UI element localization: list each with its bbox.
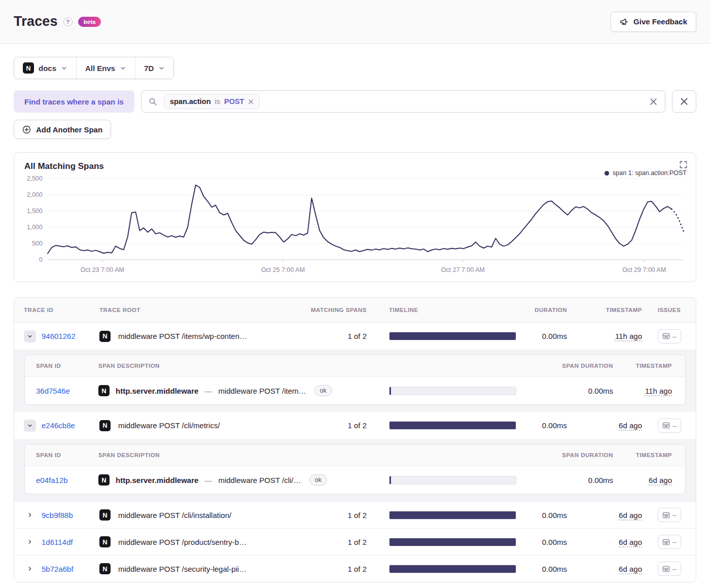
- filter-token-span-action[interactable]: span.action is POST: [164, 94, 260, 109]
- span-id-link[interactable]: 36d7546e: [36, 387, 70, 395]
- span-search-input[interactable]: span.action is POST: [141, 90, 665, 113]
- clear-search-icon[interactable]: [649, 97, 658, 106]
- matching-spans-value: 1 of 2: [309, 421, 385, 430]
- environment-filter-label: All Envs: [85, 64, 115, 73]
- chevron-down-icon: [158, 65, 165, 72]
- matching-spans-value: 1 of 2: [309, 538, 385, 546]
- span-op: http.server.middleware: [116, 476, 198, 485]
- span-duration-value: 0.00ms: [527, 476, 613, 485]
- issues-count: –: [672, 422, 677, 430]
- chart-legend-item[interactable]: span 1: span.action:POST: [605, 169, 687, 177]
- table-row: 1d6114df N middleware POST /product/sent…: [14, 528, 696, 555]
- duration-value: 0.00ms: [527, 565, 573, 573]
- span-desc-separator: —: [204, 387, 212, 395]
- plus-circle-icon: [22, 125, 31, 134]
- svg-text:1,500: 1,500: [27, 207, 43, 215]
- svg-text:2,000: 2,000: [27, 191, 43, 198]
- expanded-spans-section: SPAN ID SPAN DESCRIPTION SPAN DURATION T…: [14, 439, 696, 501]
- beta-badge: beta: [78, 17, 101, 27]
- nextjs-project-icon: N: [98, 474, 110, 486]
- timeline-bar: [389, 538, 516, 546]
- chart-title: All Matching Spans: [14, 153, 696, 172]
- issues-count: –: [672, 511, 677, 519]
- nextjs-project-icon: N: [99, 509, 111, 521]
- timestamp-value[interactable]: 6d ago: [619, 421, 642, 430]
- trace-id-link[interactable]: e246cb8e: [42, 421, 75, 430]
- timestamp-value[interactable]: 6d ago: [619, 511, 642, 520]
- duration-value: 0.00ms: [527, 511, 573, 520]
- span-timeline-bar: [389, 387, 516, 395]
- span-row: e04fa12b N http.server.middleware — midd…: [25, 466, 685, 494]
- token-key: span.action: [170, 97, 211, 106]
- timestamp-value[interactable]: 6d ago: [619, 565, 642, 573]
- issues-button[interactable]: –: [658, 562, 681, 576]
- nextjs-project-icon: N: [98, 385, 110, 396]
- chevron-down-icon: [61, 65, 67, 72]
- expand-row-button[interactable]: [24, 509, 36, 521]
- token-remove-icon[interactable]: [248, 99, 254, 105]
- expand-chart-icon[interactable]: [678, 159, 689, 170]
- trace-root-text: middleware POST /cli/metrics/: [118, 421, 220, 430]
- span-status-badge: ok: [314, 385, 332, 396]
- issues-count: –: [672, 332, 677, 340]
- issues-count: –: [672, 538, 677, 546]
- table-row: e246cb8e N middleware POST /cli/metrics/…: [14, 412, 696, 439]
- issues-icon: [662, 511, 670, 519]
- table-row: 5b72a6bf N middleware POST /security-leg…: [14, 555, 696, 582]
- svg-text:0: 0: [39, 256, 43, 263]
- expand-row-button[interactable]: [24, 563, 36, 575]
- nextjs-project-icon: N: [99, 331, 111, 342]
- issues-button[interactable]: –: [658, 508, 681, 522]
- project-filter[interactable]: N docs: [14, 57, 77, 79]
- col-span-timestamp: TIMESTAMP: [613, 363, 685, 369]
- collapse-row-button[interactable]: [24, 420, 36, 432]
- span-query-row: Find traces where a span is span.action …: [14, 90, 696, 113]
- trace-root-text: middleware POST /security-legal-pii…: [118, 565, 246, 573]
- span-duration-value: 0.00ms: [527, 387, 613, 395]
- col-span-id: SPAN ID: [25, 452, 98, 458]
- svg-text:500: 500: [32, 240, 43, 247]
- svg-text:Oct 27 7:00 AM: Oct 27 7:00 AM: [441, 266, 485, 273]
- issues-button[interactable]: –: [658, 419, 681, 433]
- give-feedback-label: Give Feedback: [633, 17, 687, 26]
- table-row: 94601262 N middleware POST /items/wp-con…: [14, 323, 696, 350]
- add-another-span-button[interactable]: Add Another Span: [14, 120, 111, 139]
- give-feedback-button[interactable]: Give Feedback: [611, 12, 696, 32]
- table-row: 9cb9f88b N middleware POST /cli/installa…: [14, 501, 696, 528]
- environment-filter[interactable]: All Envs: [77, 57, 135, 79]
- date-range-filter[interactable]: 7D: [135, 57, 173, 79]
- trace-root-text: middleware POST /items/wp-conten…: [118, 332, 247, 340]
- issues-button[interactable]: –: [658, 329, 681, 343]
- span-id-link[interactable]: e04fa12b: [36, 476, 68, 485]
- span-description-text: middleware POST /cli/…: [218, 476, 301, 485]
- trace-id-link[interactable]: 94601262: [42, 332, 76, 340]
- duration-value: 0.00ms: [527, 538, 573, 546]
- issues-icon: [662, 565, 670, 573]
- traces-table-header: TRACE ID TRACE ROOT MATCHING SPANS TIMEL…: [14, 298, 696, 323]
- col-timestamp: TIMESTAMP: [573, 307, 649, 313]
- collapse-row-button[interactable]: [24, 330, 36, 342]
- expanded-spans-section: SPAN ID SPAN DESCRIPTION SPAN DURATION T…: [14, 350, 696, 412]
- issues-button[interactable]: –: [658, 535, 681, 549]
- date-range-filter-label: 7D: [144, 64, 154, 73]
- remove-span-query-button[interactable]: [672, 90, 696, 113]
- trace-id-link[interactable]: 9cb9f88b: [42, 511, 73, 520]
- chevron-down-icon: [120, 65, 126, 72]
- col-span-description: SPAN DESCRIPTION: [98, 363, 385, 369]
- matching-spans-value: 1 of 2: [309, 332, 385, 340]
- all-matching-spans-panel: All Matching Spans span 1: span.action:P…: [14, 152, 696, 282]
- span-timestamp-value[interactable]: 11h ago: [645, 387, 672, 395]
- trace-id-link[interactable]: 1d6114df: [42, 538, 73, 546]
- duration-value: 0.00ms: [527, 332, 573, 340]
- span-timestamp-value[interactable]: 6d ago: [649, 476, 672, 485]
- legend-dot: [605, 171, 609, 176]
- expand-row-button[interactable]: [24, 536, 36, 548]
- help-icon[interactable]: ?: [63, 17, 73, 26]
- timestamp-value[interactable]: 6d ago: [619, 538, 642, 546]
- svg-text:Oct 25 7:00 AM: Oct 25 7:00 AM: [261, 266, 305, 273]
- timeline-bar: [389, 421, 516, 430]
- add-another-span-label: Add Another Span: [36, 125, 102, 134]
- search-icon: [149, 97, 157, 106]
- trace-id-link[interactable]: 5b72a6bf: [42, 565, 74, 573]
- timestamp-value[interactable]: 11h ago: [615, 332, 642, 340]
